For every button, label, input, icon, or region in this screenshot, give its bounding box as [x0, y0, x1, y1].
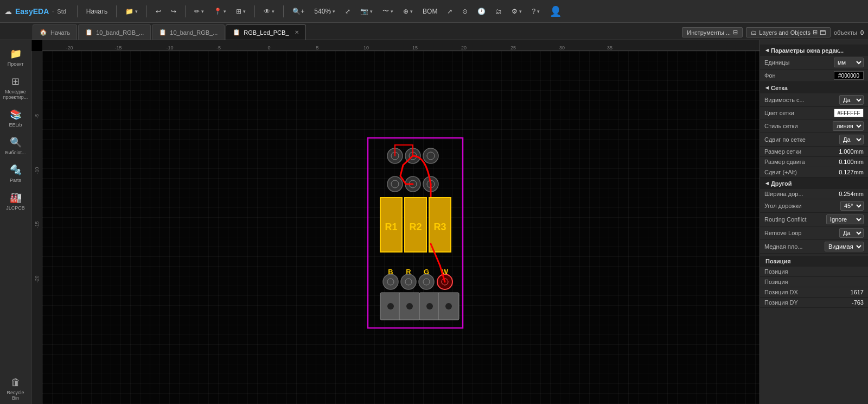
share-button[interactable]: ⊙ — [459, 6, 471, 17]
recycle-icon: 🗑 — [11, 377, 21, 388]
fit-button[interactable]: ⤢ — [342, 6, 354, 17]
bom-button[interactable]: BOM — [419, 6, 441, 17]
grid-visibility-label: Видимость с... — [764, 97, 837, 103]
sep2 — [116, 5, 117, 17]
svg-text:R: R — [406, 268, 411, 276]
view-button[interactable]: 👁 ▾ — [260, 6, 278, 17]
pos-dx-row: Позиция DX 1617 — [760, 287, 868, 298]
sidebar-item-parts-label: Parts — [10, 178, 21, 183]
copper-area-select[interactable]: Видимая Скрытая — [825, 242, 864, 251]
grid-style-select[interactable]: линия точка — [833, 121, 864, 131]
ruler-mark-v-neg20: -20 — [34, 274, 40, 285]
layers-panel-icon: ⊞ — [813, 29, 818, 36]
settings-button[interactable]: ⚙ ▾ — [508, 6, 525, 17]
tab-doc-icon-3: 📋 — [233, 29, 240, 36]
jlcpcb-icon: 🏭 — [10, 192, 22, 204]
grid-color-box[interactable]: #FFFFFF — [834, 109, 864, 117]
place-button[interactable]: 📍 ▾ — [210, 6, 229, 17]
other-section-arrow: ◂ — [765, 180, 769, 187]
tab-10band-2[interactable]: 📋 10_band_RGB_... — [152, 24, 225, 40]
sidebar-item-manager[interactable]: ⊞ Менедже проектир... — [2, 72, 30, 103]
ruler-mark-0: 0 — [267, 45, 270, 50]
sidebar-item-project[interactable]: 📁 Проект — [2, 45, 30, 70]
fit-icon: ⤢ — [345, 8, 350, 15]
zoom-level-text: 540% — [314, 8, 331, 15]
undo-button[interactable]: ↩ — [152, 6, 164, 17]
route-button[interactable]: 〜 ▾ — [379, 5, 397, 17]
svg-point-36 — [426, 303, 433, 310]
background-color-box[interactable]: #000000 — [834, 71, 864, 80]
pos-label: Позиция — [765, 258, 791, 264]
layers-minimize-icon: 🗖 — [820, 29, 826, 36]
start-button[interactable]: Начать — [83, 6, 111, 17]
tab-10band-2-label: 10_band_RGB_... — [170, 29, 218, 36]
grid-canvas: R1 R2 R3 — [42, 51, 760, 404]
manager-icon: ⊞ — [11, 75, 20, 87]
schematic-button[interactable]: ⊞ ▾ — [233, 6, 249, 17]
export-button[interactable]: ↗ — [444, 6, 456, 17]
camera-button[interactable]: 📷 ▾ — [357, 6, 376, 17]
help-button[interactable]: ? ▾ — [528, 6, 543, 17]
tab-10band-1-label: 10_band_RGB_... — [96, 29, 144, 36]
sidebar-item-library[interactable]: 🔍 Библiot... — [2, 133, 30, 159]
tab-bar: 🏠 Начать 📋 10_band_RGB_... 📋 10_band_RGB… — [0, 23, 868, 40]
tab-bar-right: Инструменты ... ⊟ 🗂 Layers and Objects ⊞… — [682, 27, 868, 40]
other-section-title: ◂ Другой — [760, 178, 868, 189]
sidebar-item-recycle[interactable]: 🗑 Recycle Bin — [2, 374, 30, 404]
ruler-mark-10: 10 — [363, 45, 369, 50]
tab-rgb-pcb-label: RGB_Led_PCB_ — [244, 29, 289, 36]
sidebar-item-jlcpcb[interactable]: 🏭 JLCPCB — [2, 188, 30, 214]
sidebar-item-project-label: Проект — [8, 61, 24, 67]
sidebar-item-recycle-label: Recycle Bin — [4, 390, 28, 401]
app-edition: · — [52, 8, 54, 15]
ruler-mark-5: 5 — [316, 45, 318, 50]
project-icon: 📁 — [10, 48, 22, 60]
svg-point-23 — [419, 274, 434, 289]
grid-visibility-select[interactable]: Да Нет — [839, 95, 864, 105]
ruler-mark-25: 25 — [510, 45, 516, 50]
tab-start[interactable]: 🏠 Начать — [33, 24, 77, 40]
file-button[interactable]: 📁 ▾ — [122, 6, 141, 17]
units-select[interactable]: мм дюйм — [834, 58, 864, 67]
snap-size-value: 0.100mm — [839, 159, 864, 165]
grid-section-text: Сетка — [771, 85, 788, 91]
tools-button[interactable]: Инструменты ... ⊟ — [682, 27, 743, 37]
history-button[interactable]: 🕐 — [474, 6, 489, 17]
copper-area-row: Медная пло... Видимая Скрытая — [760, 240, 868, 254]
tab-close-button[interactable]: ✕ — [295, 29, 299, 35]
layers-button[interactable]: 🗂 — [492, 6, 505, 17]
settings-icon: ⚙ — [512, 8, 518, 15]
user-button[interactable]: 👤 — [546, 4, 565, 19]
pos-dx-value: 1617 — [851, 289, 864, 295]
draw-button[interactable]: ✏ ▾ — [191, 6, 207, 17]
svg-point-21 — [401, 274, 416, 289]
share-icon: ⊙ — [462, 8, 468, 15]
sidebar-item-parts[interactable]: 🔩 Parts — [2, 161, 30, 186]
units-label: Единицы — [764, 59, 832, 66]
tools-label: Инструменты ... — [687, 29, 731, 36]
left-sidebar: 📁 Проект ⊞ Менедже проектир... 📚 EELib 🔍… — [0, 40, 31, 404]
sidebar-item-eelib[interactable]: 📚 EELib — [2, 105, 30, 131]
track-width-row: Ширина дор... 0.254mm — [760, 189, 868, 199]
remove-loop-select[interactable]: Да Нет — [839, 228, 864, 238]
canvas-area[interactable]: -20 -15 -10 -5 0 5 10 15 20 25 30 35 -5 … — [31, 40, 760, 404]
layers-objects-panel[interactable]: 🗂 Layers and Objects ⊞ 🗖 — [746, 27, 831, 37]
tab-rgb-pcb[interactable]: 📋 RGB_Led_PCB_ ✕ — [226, 24, 305, 40]
svg-text:R2: R2 — [409, 222, 422, 232]
background-label: Фон — [764, 72, 832, 79]
zoom-level-button[interactable]: 540% ▾ — [311, 6, 339, 17]
sep6 — [283, 5, 284, 17]
redo-button[interactable]: ↪ — [168, 6, 180, 17]
snap-grid-select[interactable]: Да Нет — [839, 135, 864, 144]
component-button[interactable]: ⊕ ▾ — [400, 6, 416, 17]
grid-style-label: Стиль сетки — [764, 123, 831, 129]
tab-10band-1[interactable]: 📋 10_band_RGB_... — [78, 24, 151, 40]
routing-conflict-select[interactable]: Ignore Highlight Prevent — [826, 214, 864, 224]
track-angle-select[interactable]: 45° 90° — [840, 201, 864, 211]
sidebar-item-manager-label: Менедже проектир... — [3, 89, 28, 100]
zoom-in-button[interactable]: 🔍+ — [289, 6, 308, 17]
pcb-component[interactable]: R1 R2 R3 — [365, 135, 465, 331]
ruler-mark-20: 20 — [461, 45, 467, 50]
copper-area-label: Медная пло... — [764, 243, 822, 250]
ruler-mark-30: 30 — [559, 45, 565, 50]
